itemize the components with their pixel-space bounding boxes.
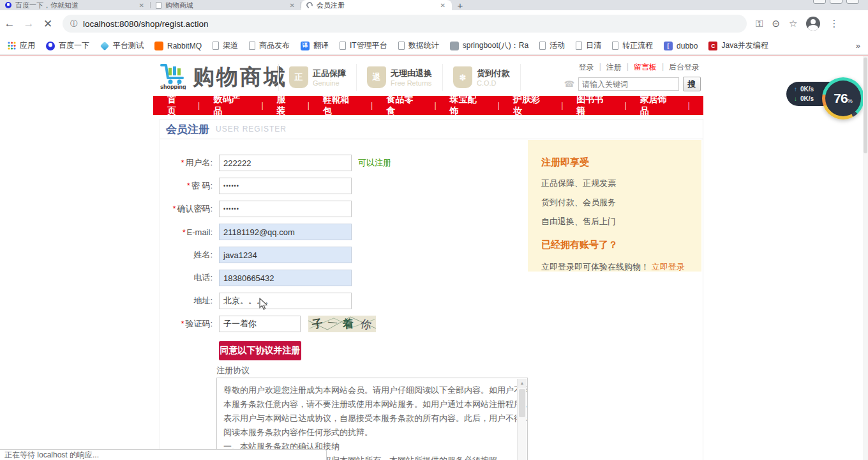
benefits-heading: 注册即享受 bbox=[541, 157, 701, 169]
password-input[interactable] bbox=[219, 178, 352, 194]
form-row-confirm-password: *确认密码: bbox=[160, 197, 529, 220]
percent-unit: % bbox=[848, 98, 853, 104]
form-row-password: *密 码: bbox=[160, 174, 529, 197]
password-key-icon[interactable]: ⚿ bbox=[756, 18, 763, 29]
zoom-out-icon[interactable]: ⊝ bbox=[772, 18, 780, 29]
nav-food[interactable]: 食品零食 bbox=[386, 94, 434, 117]
rabbitmq-icon bbox=[154, 42, 163, 50]
bookmark-rabbitmq[interactable]: RabbitMQ bbox=[154, 42, 202, 50]
tab-close-icon[interactable]: ✕ bbox=[288, 2, 296, 9]
admin-login-link[interactable]: 后台登录 bbox=[669, 62, 700, 73]
badge-free-returns: 退 无理由退换Free Returns bbox=[356, 64, 442, 91]
confirm-password-input[interactable] bbox=[219, 201, 352, 217]
bookmark-platform-test[interactable]: 平台测试 bbox=[100, 40, 144, 51]
nav-cosmetics[interactable]: 护肤彩妆 bbox=[513, 94, 561, 117]
memory-ring-widget[interactable]: 76 % bbox=[822, 77, 864, 119]
agreement-textarea[interactable]: 尊敬的用户欢迎您注册成为本网站会员。请用户仔细阅读以下全部内容。如用户不同意 本… bbox=[216, 378, 528, 460]
nav-home-decor[interactable]: 家居饰品 bbox=[640, 94, 688, 117]
page-title: 会员注册 bbox=[166, 122, 209, 137]
scroll-up-icon[interactable]: ▲ bbox=[518, 379, 527, 388]
bookmark-product-publish[interactable]: 商品发布 bbox=[249, 40, 290, 51]
svg-text:子: 子 bbox=[310, 316, 324, 331]
nav-shoes-bags[interactable]: 鞋靴箱包 bbox=[323, 94, 371, 117]
tab-title: 会员注册 bbox=[317, 1, 435, 10]
captcha-image[interactable]: 子 一 着 你 bbox=[308, 316, 376, 332]
message-board-link[interactable]: 留言板 bbox=[634, 62, 657, 73]
url-text[interactable]: localhost:8080/shop/regist.action bbox=[83, 19, 209, 29]
nav-digital[interactable]: 数码产品 bbox=[213, 94, 261, 117]
nav-home[interactable]: 首页 bbox=[167, 94, 198, 117]
address-input[interactable] bbox=[219, 293, 352, 309]
register-panel: 会员注册 USER REGISTER *用户名: 可以注册 *密 码: *确认密… bbox=[160, 119, 703, 460]
nav-books[interactable]: 图书书籍 bbox=[576, 94, 624, 117]
tab-close-icon[interactable]: ✕ bbox=[138, 2, 146, 9]
textarea-scrollbar[interactable]: ▲ bbox=[517, 379, 527, 460]
page-scrollbar-thumb[interactable] bbox=[864, 57, 867, 153]
bookmark-daily[interactable]: 日清 bbox=[576, 40, 601, 51]
bookmark-baidu[interactable]: 百度一下 bbox=[46, 40, 89, 51]
bookmark-process[interactable]: 转正流程 bbox=[612, 40, 653, 51]
tab-baidu[interactable]: 百度一下，你就知道 ✕ bbox=[0, 0, 151, 10]
doc-icon bbox=[576, 42, 582, 50]
stop-button[interactable]: ✕ bbox=[38, 17, 57, 31]
bookmarks-overflow-icon[interactable]: » bbox=[856, 41, 860, 50]
agreement-title: 注册协议 bbox=[216, 365, 250, 376]
window-controls-fragment bbox=[813, 0, 859, 4]
tab-close-icon[interactable]: ✕ bbox=[439, 2, 447, 9]
username-input[interactable] bbox=[219, 155, 352, 171]
badge-cod: ✽ 货到付款C.O.D bbox=[442, 64, 521, 91]
bookmark-java-concurrency[interactable]: CJava并发编程 bbox=[708, 40, 768, 51]
bookmark-activity[interactable]: 活动 bbox=[539, 40, 565, 51]
page-scrollbar[interactable] bbox=[863, 56, 868, 460]
bookmark-it-platform[interactable]: IT管理平台 bbox=[340, 40, 387, 51]
search-button[interactable]: 搜 bbox=[683, 77, 701, 91]
forward-button[interactable]: → bbox=[19, 17, 38, 30]
back-button[interactable]: ← bbox=[0, 17, 19, 30]
tab-register-active[interactable]: 会员注册 ✕ bbox=[301, 0, 452, 10]
cart-logo-icon: shopping bbox=[160, 63, 188, 89]
site-logo[interactable]: shopping 购物商城 bbox=[160, 63, 287, 89]
baidu-favicon-icon bbox=[5, 2, 11, 8]
login-now-link[interactable]: 立即登录 bbox=[652, 262, 685, 272]
site-info-icon[interactable]: ⓘ bbox=[70, 19, 78, 29]
register-link[interactable]: 注册 bbox=[606, 62, 622, 73]
browser-toolbar: ← → ✕ ⓘ localhost:8080/shop/regist.actio… bbox=[0, 10, 868, 37]
register-submit-button[interactable]: 同意以下协议并注册 bbox=[219, 341, 301, 360]
captcha-input[interactable] bbox=[219, 316, 301, 332]
web-page: shopping 购物商城 正 正品保障Genuine 退 无理由退换Free … bbox=[0, 56, 868, 460]
agreement-line: 本服务条款任意内容，请不要注册或使用本网站服务。如用户通过本网站注册程序，即 bbox=[223, 397, 512, 411]
nav-clothing[interactable]: 服装 bbox=[277, 94, 308, 117]
dubbo-icon: [ bbox=[664, 42, 673, 50]
bookmark-translate[interactable]: 译翻译 bbox=[301, 40, 329, 51]
browser-window: 百度一下，你就知道 ✕ 购物商城 ✕ 会员注册 ✕ + ← → ✕ ⓘ loca… bbox=[0, 0, 868, 460]
bookmark-star-icon[interactable]: ☆ bbox=[789, 18, 797, 29]
browser-menu-icon[interactable]: ⋮ bbox=[829, 18, 839, 29]
phone-input[interactable] bbox=[219, 270, 352, 286]
bookmark-springboot[interactable]: springboot(八)：Ra bbox=[450, 40, 528, 51]
page-favicon-icon bbox=[156, 2, 161, 9]
bookmark-data-stats[interactable]: 数据统计 bbox=[398, 40, 439, 51]
search-input[interactable] bbox=[578, 77, 679, 91]
address-bar[interactable]: ⓘ localhost:8080/shop/regist.action bbox=[63, 15, 747, 33]
nav-jewelry[interactable]: 珠宝配饰 bbox=[450, 94, 498, 117]
gift-icon: ✽ bbox=[453, 66, 472, 88]
baidu-icon bbox=[46, 42, 55, 50]
login-link[interactable]: 登录 bbox=[579, 62, 594, 73]
scrollbar-thumb[interactable] bbox=[519, 389, 525, 417]
name-input[interactable] bbox=[219, 247, 352, 263]
apps-button[interactable]: 应用 bbox=[8, 40, 35, 51]
have-account-heading: 已经拥有账号了？ bbox=[541, 239, 701, 251]
bookmark-dubbo[interactable]: [dubbo bbox=[664, 42, 698, 50]
tab-shop[interactable]: 购物商城 ✕ bbox=[151, 0, 301, 10]
tab-title: 百度一下，你就知道 bbox=[15, 1, 134, 10]
new-tab-button[interactable]: + bbox=[452, 0, 468, 10]
toolbar-right-icons: ⚿ ⊝ ☆ ⋮ bbox=[756, 17, 839, 31]
form-row-name: 姓名: bbox=[160, 243, 529, 266]
login-now-text: 立即登录即可体验在线购物！ bbox=[541, 262, 649, 272]
doc-icon bbox=[539, 42, 546, 50]
profile-avatar[interactable] bbox=[806, 17, 820, 31]
shield-icon: 退 bbox=[367, 66, 386, 88]
bookmark-channel[interactable]: 渠道 bbox=[213, 40, 238, 51]
email-input[interactable] bbox=[219, 224, 352, 240]
upload-speed: 0K/s bbox=[800, 86, 814, 93]
